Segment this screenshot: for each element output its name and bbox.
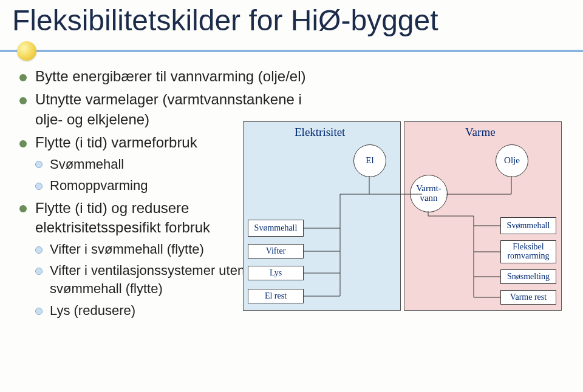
- node-va-rest: Varme rest: [500, 290, 556, 305]
- bullet-text: Vifter i svømmehall (flytte): [50, 242, 204, 257]
- panel-title-varme: Varme: [465, 126, 496, 139]
- node-va-snosmelting: Snøsmelting: [500, 269, 556, 284]
- node-el-lys: Lys: [248, 266, 304, 280]
- diagram: Elektrisitet Varme El Varmt- vann Olje S…: [243, 121, 571, 352]
- node-va-svommehall: Svømmehall: [500, 217, 556, 234]
- node-el-vifter: Vifter: [248, 244, 304, 259]
- node-va-fleksibel: Fleksibel romvarming: [500, 240, 556, 263]
- circle-olje: Olje: [496, 144, 528, 177]
- header-dot-icon: [17, 41, 36, 61]
- bullet-level1: Bytte energibærer til vannvarming (olje/…: [19, 67, 311, 86]
- node-el-rest: El rest: [248, 289, 304, 303]
- circle-el: El: [353, 144, 386, 177]
- panel-title-el: Elektrisitet: [295, 126, 345, 139]
- node-el-svommehall: Svømmehall: [248, 220, 304, 237]
- bullet-text: Bytte energibærer til vannvarming (olje/…: [35, 68, 306, 84]
- bullet-text: Lys (redusere): [50, 303, 135, 318]
- bullet-text: Flytte (i tid) og redusere elektrisitets…: [35, 200, 210, 235]
- bullet-text: Romoppvarming: [50, 178, 148, 193]
- circle-varmtvann: Varmt- vann: [410, 175, 448, 212]
- bullet-text: Svømmehall: [50, 157, 124, 172]
- header-rule: [0, 50, 583, 52]
- slide-title: Fleksibilitetskilder for HiØ-bygget: [12, 4, 438, 37]
- bullet-text: Flytte (i tid) varmeforbruk: [35, 134, 197, 150]
- bullet-text: Vifter i ventilasjonssystemer utenfor sv…: [50, 263, 261, 296]
